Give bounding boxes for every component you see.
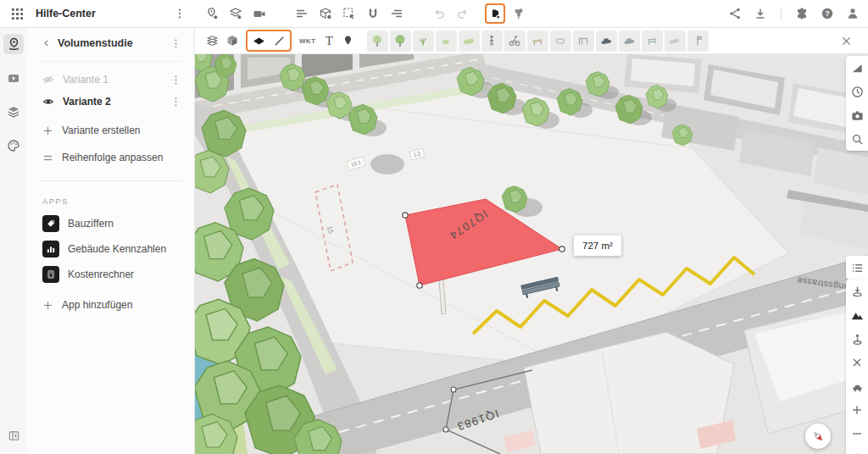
svg-text:?: ? (825, 9, 830, 18)
bauziffern-icon (42, 215, 59, 232)
create-variant-button[interactable]: Variante erstellen (27, 119, 194, 141)
align-left-tool[interactable] (292, 3, 312, 24)
reorder-icon (42, 152, 53, 163)
draw-line-tool-active[interactable] (269, 30, 289, 51)
kennzahlen-icon (42, 241, 59, 257)
asset-plant[interactable] (413, 30, 434, 52)
stacked-volumes-tool[interactable] (202, 30, 222, 51)
plugins-icon[interactable] (792, 3, 812, 24)
header-left: Hilfe-Center (0, 3, 195, 24)
add-app-button[interactable]: App hinzufügen (27, 294, 194, 316)
app-item-kostenrechner[interactable]: Kostenrechner (27, 262, 194, 287)
add-layer-tool[interactable] (225, 3, 246, 24)
main-tools (195, 3, 529, 24)
import-vegetation-tool[interactable] (509, 3, 529, 24)
camera-tool[interactable] (249, 3, 270, 24)
search-icon[interactable] (846, 127, 868, 151)
asset-goal-frame[interactable] (573, 30, 594, 52)
asset-bench[interactable] (527, 30, 548, 52)
align-right-tool[interactable] (387, 3, 407, 24)
variant-label: Variante 1 (63, 74, 108, 86)
study-header[interactable]: Volumenstudie (27, 32, 194, 54)
add-building-tool-active[interactable] (485, 3, 505, 24)
asset-ring[interactable] (550, 30, 571, 52)
layer-list-icon[interactable] (846, 256, 868, 280)
download-icon[interactable] (750, 3, 771, 24)
add-pin-tool[interactable] (202, 3, 222, 24)
map-controls-panel (846, 280, 868, 454)
left-icon-rail (0, 27, 27, 454)
text-tool[interactable]: T (320, 34, 338, 48)
active-draw-tool-group (246, 30, 292, 52)
vertex-handle[interactable] (417, 283, 422, 288)
asset-log[interactable] (665, 30, 686, 52)
extrude-tool[interactable] (315, 3, 336, 24)
asset-tree-light[interactable] (367, 30, 388, 52)
street-view-icon[interactable] (846, 327, 868, 351)
vertex-handle[interactable] (403, 213, 408, 218)
screenshot-icon[interactable] (846, 103, 868, 127)
rail-item-media[interactable] (3, 68, 24, 88)
app-launcher-icon[interactable] (7, 3, 27, 24)
map-canvas[interactable]: IQ1983 15 12.1 1.2 IQ7074 llungsstrasse (195, 54, 868, 454)
variant-row-2[interactable]: Variante 2 (27, 91, 194, 113)
asset-tree-dark[interactable] (390, 30, 411, 52)
redo-icon[interactable] (453, 3, 473, 24)
collapse-sidebar-icon[interactable] (3, 425, 24, 446)
vertex-handle[interactable] (559, 246, 565, 252)
asset-hedge[interactable] (459, 30, 480, 52)
view-tools-panel (846, 56, 868, 151)
variant-row-1[interactable]: Variante 1 (27, 69, 194, 91)
variant-2-menu-icon[interactable] (165, 91, 186, 112)
draw-polygon-tool-active[interactable] (248, 30, 269, 51)
snap-magnet-tool[interactable] (363, 3, 383, 24)
app-item-kennzahlen[interactable]: Gebäude Kennzahlen (27, 236, 194, 262)
asset-person-walking[interactable] (481, 30, 503, 52)
kostenrechner-icon (42, 266, 59, 283)
visibility-on-icon (42, 96, 54, 108)
map-scene: IQ1983 15 12.1 1.2 IQ7074 llungsstrasse (195, 54, 868, 454)
rail-item-styles[interactable] (3, 136, 24, 156)
study-menu-icon[interactable] (165, 33, 186, 53)
layer-list-panel (846, 256, 868, 280)
app-item-bauziffern[interactable]: Bauziffern (27, 211, 194, 236)
select-area-tool[interactable] (339, 3, 359, 24)
rail-item-project[interactable] (3, 34, 24, 54)
place-marker-tool[interactable] (338, 30, 359, 51)
share-icon[interactable] (725, 3, 745, 24)
rail-item-layers[interactable] (3, 102, 24, 122)
undo-icon[interactable] (429, 3, 449, 24)
time-of-day-icon[interactable] (846, 80, 868, 103)
reset-view-icon[interactable] (846, 351, 868, 374)
top-toolbar: Hilfe-Center (0, 0, 868, 28)
solid-volume-tool[interactable] (222, 30, 242, 51)
wkt-tool[interactable]: WKT (295, 37, 320, 45)
asset-cyclist[interactable] (504, 30, 526, 52)
asset-signpost[interactable] (687, 30, 709, 52)
draw-toolbar: WKT T (195, 28, 868, 54)
drop-to-ground-icon[interactable] (846, 280, 868, 303)
asset-picnic-table[interactable] (642, 30, 663, 52)
terrain-icon[interactable] (846, 303, 868, 327)
asset-car-gray[interactable] (619, 30, 640, 52)
asset-bush[interactable] (436, 30, 457, 52)
zoom-out-icon[interactable] (846, 422, 868, 446)
help-icon[interactable]: ? (817, 3, 837, 24)
slope-analysis-icon[interactable] (846, 56, 868, 80)
traffic-icon[interactable] (846, 374, 868, 398)
user-account-icon[interactable] (843, 3, 863, 24)
close-drawbar-icon[interactable] (836, 30, 856, 51)
reorder-button[interactable]: Reihenfolge anpassen (27, 147, 194, 169)
zoom-in-icon[interactable] (846, 398, 868, 422)
compass-control[interactable] (805, 424, 831, 449)
variant-1-menu-icon[interactable] (165, 69, 186, 90)
compass-needle-icon (809, 427, 827, 446)
header-menu-icon[interactable] (170, 3, 190, 24)
back-chevron-icon (42, 39, 51, 47)
asset-car-dark[interactable] (596, 30, 617, 52)
variant-label: Variante 2 (63, 96, 111, 108)
header-right: ? (725, 3, 868, 24)
map-options-kebab-icon[interactable] (846, 446, 868, 454)
asset-library-strip (367, 30, 709, 52)
plus-icon (42, 300, 53, 311)
